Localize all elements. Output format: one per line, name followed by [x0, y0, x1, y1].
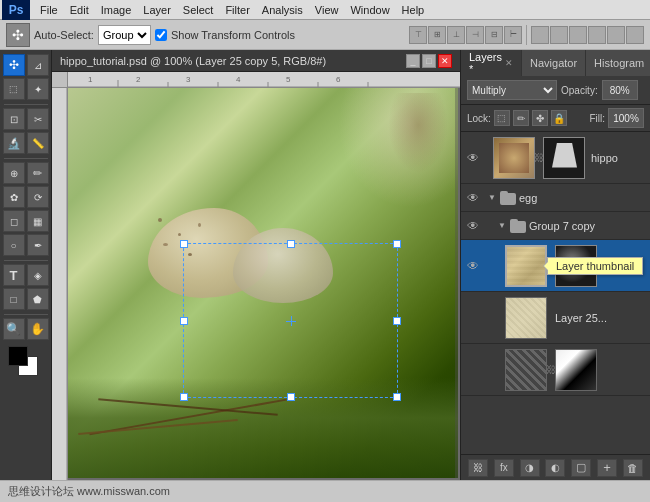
new-layer-btn[interactable]: +	[597, 459, 617, 477]
visibility-eye-group7[interactable]: 👁	[465, 218, 481, 234]
folder-egg-icon	[500, 191, 516, 205]
visibility-eye-stripe[interactable]: 👁	[465, 362, 481, 378]
align-left-icon[interactable]: ⊣	[466, 26, 484, 44]
menu-view[interactable]: View	[309, 2, 345, 18]
layer-chain-stripe: ⛓	[547, 364, 555, 375]
menu-window[interactable]: Window	[344, 2, 395, 18]
dist6-icon[interactable]	[626, 26, 644, 44]
transform-controls-checkbox[interactable]	[155, 29, 167, 41]
layer-list: 👁 ⛓ hippo 👁 ▼	[461, 132, 650, 454]
link-layers-btn[interactable]: ⛓	[468, 459, 488, 477]
align-top-icon[interactable]: ⊤	[409, 26, 427, 44]
dist5-icon[interactable]	[607, 26, 625, 44]
visibility-eye-layer25[interactable]: 👁	[465, 310, 481, 326]
adjustment-layer-btn[interactable]: ◐	[545, 459, 565, 477]
layer-effects-btn[interactable]: fx	[494, 459, 514, 477]
align-icons: ⊤ ⊞ ⊥ ⊣ ⊟ ⊢	[409, 26, 522, 44]
move-tool-btn[interactable]: ✣	[6, 23, 30, 47]
layer-thumb-stripe	[505, 349, 547, 391]
layer-item-hippo[interactable]: 👁 ⛓ hippo	[461, 132, 650, 184]
lock-image-icon[interactable]: ✏	[513, 110, 529, 126]
path-tool[interactable]: ◈	[27, 264, 49, 286]
menu-help[interactable]: Help	[396, 2, 431, 18]
menubar: Ps File Edit Image Layer Select Filter A…	[0, 0, 650, 20]
shape-tool[interactable]: □	[3, 288, 25, 310]
tab-layers[interactable]: Layers * ✕	[461, 50, 522, 76]
expand-egg-icon[interactable]: ▼	[487, 193, 497, 203]
canvas-image[interactable]	[68, 88, 458, 478]
maximize-button[interactable]: □	[422, 54, 436, 68]
dist1-icon[interactable]	[531, 26, 549, 44]
lasso-tool[interactable]: ⊿	[27, 54, 49, 76]
dist2-icon[interactable]	[550, 26, 568, 44]
tab-histogram[interactable]: Histogram	[586, 50, 650, 76]
slice-tool[interactable]: ✂	[27, 108, 49, 130]
move-tool[interactable]: ✣	[3, 54, 25, 76]
align-right-icon[interactable]: ⊢	[504, 26, 522, 44]
main-area: ✣ ⊿ ⬚ ✦ ⊡ ✂ 🔬 📏 ⊕ ✏ ✿ ⟳ ◻ ▦ ○	[0, 50, 650, 480]
clone-tool[interactable]: ✿	[3, 186, 25, 208]
opacity-input[interactable]	[602, 80, 638, 100]
pen-tool[interactable]: ✒	[27, 234, 49, 256]
close-button[interactable]: ✕	[438, 54, 452, 68]
layer-item-stripe[interactable]: 👁 ⛓	[461, 344, 650, 396]
eraser-tool[interactable]: ◻	[3, 210, 25, 232]
custom-shape-tool[interactable]: ⬟	[27, 288, 49, 310]
menu-analysis[interactable]: Analysis	[256, 2, 309, 18]
layer-thumb-layer25	[505, 297, 547, 339]
brush-tool[interactable]: ✏	[27, 162, 49, 184]
layer-item-group7[interactable]: 👁 ▼ Group 7 copy	[461, 212, 650, 240]
svg-text:4: 4	[236, 75, 241, 84]
history-tool[interactable]: ⟳	[27, 186, 49, 208]
layers-tab-close[interactable]: ✕	[505, 58, 513, 68]
tab-navigator[interactable]: Navigator	[522, 50, 586, 76]
options-bar: ✣ Auto-Select: Group Show Transform Cont…	[0, 20, 650, 50]
lock-all-icon[interactable]: 🔒	[551, 110, 567, 126]
text-tool[interactable]: T	[3, 264, 25, 286]
magic-wand-tool[interactable]: ✦	[27, 78, 49, 100]
menu-image[interactable]: Image	[95, 2, 138, 18]
eyedropper-tool[interactable]: 🔬	[3, 132, 25, 154]
visibility-eye-hippo[interactable]: 👁	[465, 150, 481, 166]
layer-mask-btn[interactable]: ◑	[520, 459, 540, 477]
lock-transparent-icon[interactable]: ⬚	[494, 110, 510, 126]
visibility-eye-layer25copy5[interactable]: 👁	[465, 258, 481, 274]
menu-filter[interactable]: Filter	[219, 2, 255, 18]
layer-mask-hippo	[543, 137, 585, 179]
zoom-tool[interactable]: 🔍	[3, 318, 25, 340]
fill-label: Fill:	[589, 113, 605, 124]
gradient-tool[interactable]: ▦	[27, 210, 49, 232]
layer-item-egg[interactable]: 👁 ▼ egg	[461, 184, 650, 212]
dist4-icon[interactable]	[588, 26, 606, 44]
group-layers-btn[interactable]: ▢	[571, 459, 591, 477]
dodge-tool[interactable]: ○	[3, 234, 25, 256]
marquee-tool[interactable]: ⬚	[3, 78, 25, 100]
delete-layer-btn[interactable]: 🗑	[623, 459, 643, 477]
svg-text:5: 5	[286, 75, 291, 84]
menu-layer[interactable]: Layer	[137, 2, 177, 18]
visibility-eye-egg[interactable]: 👁	[465, 190, 481, 206]
align-bottom-icon[interactable]: ⊥	[447, 26, 465, 44]
canvas-title: hippo_tutorial.psd @ 100% (Layer 25 copy…	[60, 55, 406, 67]
foreground-color-swatch[interactable]	[8, 346, 28, 366]
menu-select[interactable]: Select	[177, 2, 220, 18]
dist3-icon[interactable]	[569, 26, 587, 44]
layer-item-layer25copy5[interactable]: 👁 Layer thumbnail	[461, 240, 650, 292]
ruler-tool[interactable]: 📏	[27, 132, 49, 154]
menu-file[interactable]: File	[34, 2, 64, 18]
blend-mode-select[interactable]: Multiply	[467, 80, 557, 100]
lock-position-icon[interactable]: ✤	[532, 110, 548, 126]
align-vcenter-icon[interactable]: ⊞	[428, 26, 446, 44]
crop-tool[interactable]: ⊡	[3, 108, 25, 130]
minimize-button[interactable]: _	[406, 54, 420, 68]
autolabel-select[interactable]: Group	[98, 25, 151, 45]
expand-group7-icon[interactable]: ▼	[497, 221, 507, 231]
menu-edit[interactable]: Edit	[64, 2, 95, 18]
hand-tool[interactable]: ✋	[27, 318, 49, 340]
layer-chain-hippo: ⛓	[535, 137, 543, 179]
statusbar-text: 思维设计论坛 www.misswan.com	[8, 484, 170, 499]
layer-item-layer25[interactable]: 👁 Layer 25...	[461, 292, 650, 344]
align-hcenter-icon[interactable]: ⊟	[485, 26, 503, 44]
heal-tool[interactable]: ⊕	[3, 162, 25, 184]
fill-input[interactable]	[608, 108, 644, 128]
